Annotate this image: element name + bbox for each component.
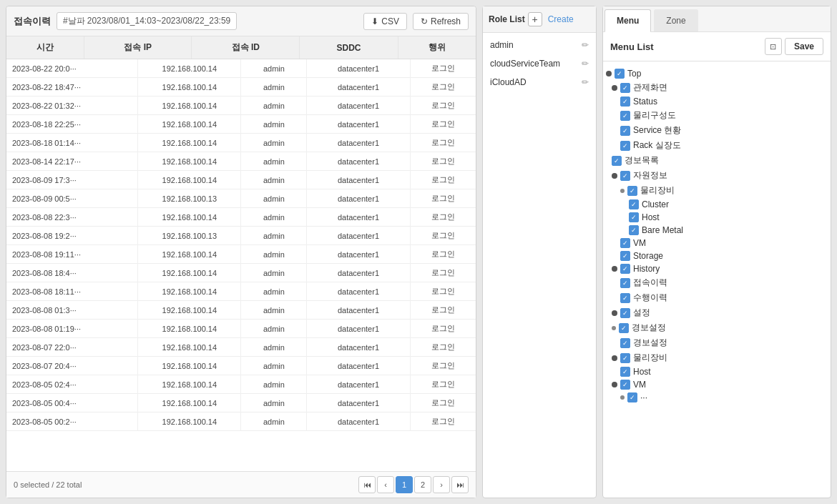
role-name-admin: admin xyxy=(490,40,514,50)
checkbox-more[interactable] xyxy=(627,392,637,402)
tree-item-물리장비-settings: 물리장비 xyxy=(606,350,828,365)
cell-10-2: admin xyxy=(241,245,307,264)
refresh-button[interactable]: ↻ Refresh xyxy=(413,13,469,30)
tab-zone[interactable]: Zone xyxy=(654,9,698,31)
page-next-button[interactable]: › xyxy=(433,476,450,493)
table-row[interactable]: 2023-08-08 01:3···192.168.100.14admindat… xyxy=(6,301,476,320)
edit-icloudad-icon[interactable]: ✏ xyxy=(582,77,589,87)
table-row[interactable]: 2023-08-05 00:4···192.168.100.14admindat… xyxy=(6,394,476,412)
label-service현황: Service 현황 xyxy=(633,124,681,137)
role-list-header: Role List + Create xyxy=(483,6,596,33)
cell-11-1: 192.168.100.14 xyxy=(138,264,241,282)
date-range-value: 2023/08/01_14:03~2023/08/22_23:59 xyxy=(87,16,231,26)
cell-6-3: datacenter1 xyxy=(307,171,410,189)
tab-menu[interactable]: Menu xyxy=(604,9,651,32)
role-create-button[interactable]: Create xyxy=(545,13,577,26)
cell-9-0: 2023-08-08 19:2··· xyxy=(6,227,138,245)
checkbox-수행이력[interactable] xyxy=(620,293,630,303)
cell-18-3: datacenter1 xyxy=(307,394,410,412)
checkbox-물리구성도[interactable] xyxy=(620,111,630,121)
cell-19-4: 로그인 xyxy=(410,412,476,431)
csv-button[interactable]: ⬇ CSV xyxy=(363,13,407,30)
table-row[interactable]: 2023-08-05 02:4···192.168.100.14admindat… xyxy=(6,375,476,394)
cell-15-4: 로그인 xyxy=(410,338,476,357)
table-row[interactable]: 2023-08-09 00:5···192.168.100.13admindat… xyxy=(6,189,476,208)
checkbox-접속이력[interactable] xyxy=(620,278,630,288)
page-last-button[interactable]: ⏭ xyxy=(451,476,469,493)
dot-top xyxy=(606,71,612,76)
checkbox-경보목록[interactable] xyxy=(612,156,622,166)
col-ip: 접속 IP xyxy=(84,36,192,59)
table-row[interactable]: 2023-08-22 20:0···192.168.100.14admindat… xyxy=(6,59,476,78)
checkbox-history[interactable] xyxy=(620,264,630,274)
role-item-admin[interactable]: admin ✏ xyxy=(483,36,596,54)
checkbox-bare-metal[interactable] xyxy=(629,225,639,235)
page-first-button[interactable]: ⏮ xyxy=(358,476,376,493)
table-row[interactable]: 2023-08-18 01:14···192.168.100.14adminda… xyxy=(6,134,476,152)
checkbox-물리장비-settings[interactable] xyxy=(620,353,630,363)
tree-item-bare-metal: Bare Metal xyxy=(606,224,828,237)
right-panel: Menu Zone Menu List ⊡ Save Top 관제화면 xyxy=(602,6,831,498)
label-vm: VM xyxy=(633,238,646,248)
checkbox-status[interactable] xyxy=(620,97,630,107)
dot-vm-settings xyxy=(612,382,617,387)
cell-1-1: 192.168.100.14 xyxy=(138,78,241,97)
cell-14-4: 로그인 xyxy=(410,320,476,338)
page-1-button[interactable]: 1 xyxy=(396,476,413,493)
table-row[interactable]: 2023-08-22 18:47···192.168.100.14adminda… xyxy=(6,78,476,97)
table-row[interactable]: 2023-08-08 22:3···192.168.100.14admindat… xyxy=(6,208,476,227)
role-item-cloudserviceteam[interactable]: cloudServiceTeam ✏ xyxy=(483,54,596,73)
page-2-button[interactable]: 2 xyxy=(414,476,431,493)
checkbox-경보설정-parent[interactable] xyxy=(619,323,629,333)
edit-cloudserviceteam-icon[interactable]: ✏ xyxy=(582,59,589,69)
role-list-title: Role List xyxy=(489,14,525,24)
tree-item-host: Host xyxy=(606,211,828,224)
label-rack실장도: Rack 실장도 xyxy=(633,139,681,152)
table-row[interactable]: 2023-08-05 00:2···192.168.100.14admindat… xyxy=(6,412,476,431)
table-row[interactable]: 2023-08-18 22:25···192.168.100.14adminda… xyxy=(6,115,476,134)
table-row[interactable]: 2023-08-08 18:4···192.168.100.14admindat… xyxy=(6,264,476,282)
table-row[interactable]: 2023-08-08 19:11···192.168.100.14adminda… xyxy=(6,245,476,264)
edit-admin-icon[interactable]: ✏ xyxy=(582,40,589,50)
label-경보설정: 경보설정 xyxy=(633,337,667,349)
checkbox-경보설정[interactable] xyxy=(620,338,630,348)
checkbox-vm-settings[interactable] xyxy=(620,380,630,390)
checkbox-rack실장도[interactable] xyxy=(620,141,630,151)
tree-item-경보목록: 경보목록 xyxy=(606,153,828,168)
checkbox-storage[interactable] xyxy=(620,251,630,261)
checkbox-물리장비[interactable] xyxy=(627,186,637,196)
dot-자원정보 xyxy=(612,173,617,179)
table-row[interactable]: 2023-08-08 19:2···192.168.100.13admindat… xyxy=(6,227,476,245)
role-list: admin ✏ cloudServiceTeam ✏ iCloudAD ✏ xyxy=(483,33,596,498)
table-body-scroll[interactable]: 2023-08-22 20:0···192.168.100.14admindat… xyxy=(6,59,476,471)
table-row[interactable]: 2023-08-22 01:32···192.168.100.14adminda… xyxy=(6,97,476,115)
page-prev-button[interactable]: ‹ xyxy=(377,476,394,493)
checkbox-top[interactable] xyxy=(615,69,625,79)
checkbox-관제화면[interactable] xyxy=(620,83,630,93)
role-item-icloudad[interactable]: iCloudAD ✏ xyxy=(483,73,596,92)
checkbox-service현황[interactable] xyxy=(620,126,630,136)
label-host: Host xyxy=(642,212,660,222)
checkbox-host-settings[interactable] xyxy=(620,367,630,377)
table-row[interactable]: 2023-08-08 01:19···192.168.100.14adminda… xyxy=(6,320,476,338)
cell-18-1: 192.168.100.14 xyxy=(138,394,241,412)
table-row[interactable]: 2023-08-07 20:4···192.168.100.14admindat… xyxy=(6,357,476,375)
page-controls: ⏮ ‹ 1 2 › ⏭ xyxy=(358,476,469,493)
checkbox-설정[interactable] xyxy=(620,308,630,318)
save-button[interactable]: Save xyxy=(785,38,823,55)
role-add-button[interactable]: + xyxy=(528,12,542,26)
role-list-panel: Role List + Create admin ✏ cloudServiceT… xyxy=(482,6,597,498)
checkbox-vm[interactable] xyxy=(620,238,630,248)
checkbox-자원정보[interactable] xyxy=(620,171,630,181)
cell-10-3: datacenter1 xyxy=(307,245,410,264)
checkbox-host[interactable] xyxy=(629,212,639,222)
cell-7-3: datacenter1 xyxy=(307,189,410,208)
save-icon-button[interactable]: ⊡ xyxy=(765,38,782,55)
cell-2-1: 192.168.100.14 xyxy=(138,97,241,115)
table-row[interactable]: 2023-08-14 22:17···192.168.100.14adminda… xyxy=(6,152,476,171)
table-row[interactable]: 2023-08-07 22:0···192.168.100.14admindat… xyxy=(6,338,476,357)
table-row[interactable]: 2023-08-08 18:11···192.168.100.14adminda… xyxy=(6,282,476,301)
checkbox-cluster[interactable] xyxy=(629,199,639,209)
table-row[interactable]: 2023-08-09 17:3···192.168.100.14admindat… xyxy=(6,171,476,189)
menu-tree[interactable]: Top 관제화면 Status 물리구성도 Service 현황 xyxy=(603,61,831,498)
